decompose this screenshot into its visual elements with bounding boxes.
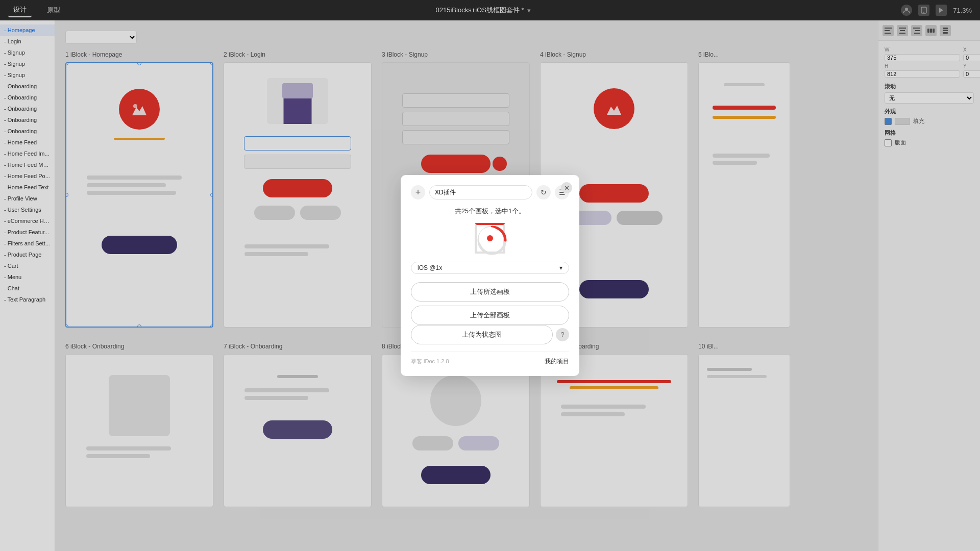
modal-add-plugin-btn[interactable]: +	[411, 185, 425, 199]
modal-footer: 摹客 iDoc 1.2.8 我的项目	[411, 352, 569, 366]
modal-overlay[interactable]: ✕ + XD插件 ↻ ☰ 共25个画板，选中1个。 iOS	[0, 0, 980, 551]
modal-upload-all-btn[interactable]: 上传全部画板	[411, 306, 569, 325]
modal-upload-selected-btn[interactable]: 上传所选画板	[411, 282, 569, 302]
modal-spinner-dot	[485, 234, 495, 243]
modal-status-text: 共25个画板，选中1个。	[411, 207, 569, 216]
modal-close-btn[interactable]: ✕	[561, 182, 572, 193]
modal-dialog: ✕ + XD插件 ↻ ☰ 共25个画板，选中1个。 iOS	[401, 175, 579, 376]
modal-toolbar: + XD插件 ↻ ☰	[411, 185, 569, 199]
modal-refresh-btn[interactable]: ↻	[536, 185, 551, 199]
modal-status-btn-row: 上传为状态图 ?	[411, 325, 569, 344]
modal-spinner-container	[475, 223, 505, 254]
modal-platform-dropdown[interactable]: iOS @1x ▾	[411, 262, 569, 274]
modal-help-icon[interactable]: ?	[556, 328, 569, 341]
modal-my-projects-link[interactable]: 我的项目	[545, 357, 569, 366]
modal-footer-version: 摹客 iDoc 1.2.8	[411, 358, 449, 365]
modal-spinner	[475, 223, 505, 254]
modal-plugin-select[interactable]: XD插件	[429, 185, 532, 199]
modal-upload-state-btn[interactable]: 上传为状态图	[411, 325, 553, 344]
